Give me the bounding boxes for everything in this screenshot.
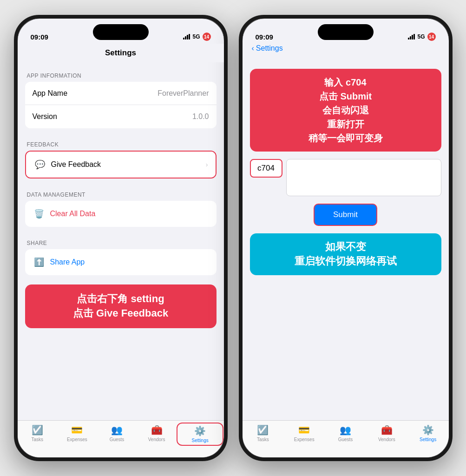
tab-expenses-label-right: Expenses [294,437,315,442]
app-name-label: App Name [33,89,158,98]
tab-settings-icon-left: ⚙️ [194,425,206,436]
feedback-group: 💬 Give Feedback › [25,151,217,178]
trash-icon: 🗑️ [33,207,46,220]
tab-expenses-label-left: Expenses [67,437,87,442]
tab-settings-right[interactable]: ⚙️ Settings [407,424,449,442]
tab-settings-icon-right: ⚙️ [422,424,434,436]
content-area-left: APP INFORMATION App Name ForeverPlanner … [18,65,224,420]
status-icons-left: 5G 14 [183,33,210,41]
annotation-box-left: 点击右下角 setting 点击 Give Feedback [25,284,217,328]
tab-expenses-icon-left: 💳 [71,424,83,436]
tab-tasks-label-left: Tasks [32,437,44,442]
feedback-chevron: › [206,161,208,168]
tab-guests-label-right: Guests [338,437,353,442]
tab-settings-left[interactable]: ⚙️ Settings [177,423,224,446]
blue-annotation-text: 如果不变 重启软件切换网络再试 [257,240,434,269]
tab-settings-label-left: Settings [192,438,209,443]
version-row[interactable]: Version 1.0.0 [25,105,217,128]
top-annotation: 输入 c704 点击 Submit 会自动闪退 重新打开 稍等一会即可变身 [250,69,441,152]
signal-icon [183,34,190,40]
share-group: ⬆️ Share App [25,249,217,275]
section-label-share: SHARE [18,236,224,249]
version-label: Version [33,112,192,121]
signal-icon-right [408,34,415,40]
back-label: Settings [256,44,283,53]
battery-badge-right: 14 [427,33,436,41]
tab-guests-label-left: Guests [110,437,125,442]
tab-guests-icon-left: 👥 [111,424,123,436]
section-label-data: DATA MANAGEMENT [18,188,224,201]
tab-guests-left[interactable]: 👥 Guests [97,424,137,442]
version-value: 1.0.0 [192,112,209,121]
tab-tasks-left[interactable]: ☑️ Tasks [18,424,58,442]
tab-vendors-icon-right: 🧰 [381,424,393,436]
feedback-icon: 💬 [33,158,46,171]
content-area-right: 输入 c704 点击 Submit 会自动闪退 重新打开 稍等一会即可变身 c7… [243,65,449,420]
nav-header-left: Settings [18,44,224,62]
left-phone: 09:09 5G 14 Settings APP INFORMATION [14,15,228,461]
status-time-right: 09:09 [256,33,273,41]
dynamic-island-right [318,24,374,40]
give-feedback-label: Give Feedback [51,160,203,169]
data-management-group: 🗑️ Clear All Data [25,201,217,227]
tab-tasks-right[interactable]: ☑️ Tasks [243,424,284,442]
tab-vendors-label-right: Vendors [378,437,395,442]
tab-expenses-icon-right: 💳 [298,424,310,436]
blue-annotation: 如果不变 重启软件切换网络再试 [250,233,441,275]
nav-title-left: Settings [105,48,136,58]
tab-vendors-right[interactable]: 🧰 Vendors [366,424,407,442]
back-button[interactable]: ‹ Settings [252,44,283,53]
app-name-value: ForeverPlanner [158,89,209,98]
dynamic-island [93,24,149,40]
clear-all-data-row[interactable]: 🗑️ Clear All Data [25,201,217,227]
nav-header-right: ‹ Settings [243,44,449,53]
clear-all-data-label: Clear All Data [50,210,209,218]
tab-expenses-right[interactable]: 💳 Expenses [283,424,325,442]
tab-vendors-label-left: Vendors [148,437,165,442]
share-app-label: Share App [50,258,209,266]
tab-settings-label-right: Settings [420,437,436,442]
tab-tasks-icon-left: ☑️ [32,424,43,436]
tab-tasks-icon-right: ☑️ [257,424,269,436]
app-info-group: App Name ForeverPlanner Version 1.0.0 [25,82,217,128]
submit-button[interactable]: Submit [314,204,377,226]
share-app-row[interactable]: ⬆️ Share App [25,249,217,275]
tab-tasks-label-right: Tasks [257,437,269,442]
code-value-box[interactable]: c704 [250,159,282,178]
tab-vendors-icon-left: 🧰 [151,424,163,436]
input-row: c704 [250,159,441,196]
share-icon: ⬆️ [33,256,46,269]
tab-guests-right[interactable]: 👥 Guests [325,424,366,442]
battery-badge-left: 14 [203,33,211,41]
network-type-right: 5G [417,33,425,40]
tab-vendors-left[interactable]: 🧰 Vendors [137,424,177,442]
status-time-left: 09:09 [31,33,48,41]
section-label-app-info: APP INFORMATION [18,69,224,82]
app-name-row[interactable]: App Name ForeverPlanner [25,82,217,105]
tab-bar-left: ☑️ Tasks 💳 Expenses 👥 Guests 🧰 Vendors ⚙… [18,420,224,457]
tab-bar-right: ☑️ Tasks 💳 Expenses 👥 Guests 🧰 Vendors ⚙… [243,420,449,457]
submit-wrapper: Submit [243,204,449,226]
give-feedback-row[interactable]: 💬 Give Feedback › [26,152,216,178]
network-type-left: 5G [192,33,200,40]
tab-expenses-left[interactable]: 💳 Expenses [57,424,97,442]
status-icons-right: 5G 14 [408,33,435,41]
annotation-text-left: 点击右下角 setting 点击 Give Feedback [33,292,208,321]
top-annotation-text: 输入 c704 点击 Submit 会自动闪退 重新打开 稍等一会即可变身 [257,75,434,145]
input-section: c704 [250,159,441,196]
text-input-area[interactable] [286,159,441,196]
section-label-feedback: FEEDBACK [18,138,224,151]
right-phone: 09:09 5G 14 ‹ Settings [239,15,453,461]
tab-guests-icon-right: 👥 [340,424,351,436]
back-chevron-icon: ‹ [252,44,254,53]
